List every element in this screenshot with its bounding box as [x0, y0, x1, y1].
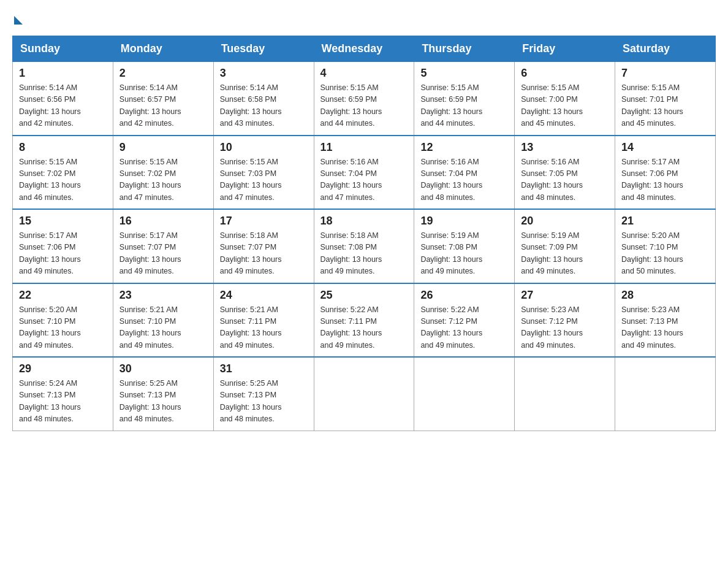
day-number: 21 — [621, 215, 709, 228]
calendar-day-cell: 15 Sunrise: 5:17 AM Sunset: 7:06 PM Dayl… — [13, 209, 113, 283]
day-number: 16 — [119, 215, 207, 228]
day-info: Sunrise: 5:14 AM Sunset: 6:57 PM Dayligh… — [119, 82, 207, 130]
calendar-day-cell: 21 Sunrise: 5:20 AM Sunset: 7:10 PM Dayl… — [615, 209, 716, 283]
day-number: 7 — [621, 67, 709, 80]
calendar-day-cell: 29 Sunrise: 5:24 AM Sunset: 7:13 PM Dayl… — [13, 357, 113, 431]
calendar-day-cell: 20 Sunrise: 5:19 AM Sunset: 7:09 PM Dayl… — [515, 209, 615, 283]
day-info: Sunrise: 5:15 AM Sunset: 6:59 PM Dayligh… — [320, 82, 408, 130]
calendar-day-cell: 25 Sunrise: 5:22 AM Sunset: 7:11 PM Dayl… — [314, 283, 414, 358]
day-info: Sunrise: 5:15 AM Sunset: 7:02 PM Dayligh… — [119, 156, 207, 204]
calendar-day-cell: 24 Sunrise: 5:21 AM Sunset: 7:11 PM Dayl… — [213, 283, 314, 358]
day-info: Sunrise: 5:23 AM Sunset: 7:13 PM Dayligh… — [621, 304, 709, 352]
calendar-day-cell: 4 Sunrise: 5:15 AM Sunset: 6:59 PM Dayli… — [314, 62, 414, 136]
day-info: Sunrise: 5:22 AM Sunset: 7:12 PM Dayligh… — [420, 304, 508, 352]
day-number: 10 — [220, 141, 308, 154]
day-number: 25 — [320, 289, 408, 302]
day-info: Sunrise: 5:20 AM Sunset: 7:10 PM Dayligh… — [621, 230, 709, 278]
day-info: Sunrise: 5:25 AM Sunset: 7:13 PM Dayligh… — [220, 378, 308, 426]
calendar-day-cell: 12 Sunrise: 5:16 AM Sunset: 7:04 PM Dayl… — [414, 136, 515, 210]
calendar-week-row: 1 Sunrise: 5:14 AM Sunset: 6:56 PM Dayli… — [13, 62, 716, 136]
calendar-day-cell: 19 Sunrise: 5:19 AM Sunset: 7:08 PM Dayl… — [414, 209, 515, 283]
logo — [12, 12, 23, 25]
day-of-week-header: Thursday — [414, 36, 515, 62]
day-info: Sunrise: 5:21 AM Sunset: 7:11 PM Dayligh… — [220, 304, 308, 352]
day-number: 6 — [521, 67, 609, 80]
day-number: 29 — [19, 362, 107, 375]
page-header — [12, 12, 716, 25]
calendar-day-cell: 9 Sunrise: 5:15 AM Sunset: 7:02 PM Dayli… — [113, 136, 213, 210]
day-number: 12 — [420, 141, 508, 154]
calendar-day-cell: 22 Sunrise: 5:20 AM Sunset: 7:10 PM Dayl… — [13, 283, 113, 358]
day-info: Sunrise: 5:14 AM Sunset: 6:56 PM Dayligh… — [19, 82, 107, 130]
calendar-week-row: 15 Sunrise: 5:17 AM Sunset: 7:06 PM Dayl… — [13, 209, 716, 283]
day-info: Sunrise: 5:19 AM Sunset: 7:09 PM Dayligh… — [521, 230, 609, 278]
day-number: 4 — [320, 67, 408, 80]
calendar-day-cell — [314, 357, 414, 431]
day-info: Sunrise: 5:18 AM Sunset: 7:08 PM Dayligh… — [320, 230, 408, 278]
day-info: Sunrise: 5:23 AM Sunset: 7:12 PM Dayligh… — [521, 304, 609, 352]
calendar-table: SundayMondayTuesdayWednesdayThursdayFrid… — [12, 36, 716, 431]
day-info: Sunrise: 5:14 AM Sunset: 6:58 PM Dayligh… — [220, 82, 308, 130]
day-of-week-header: Tuesday — [213, 36, 314, 62]
calendar-day-cell: 10 Sunrise: 5:15 AM Sunset: 7:03 PM Dayl… — [213, 136, 314, 210]
day-number: 22 — [19, 289, 107, 302]
calendar-day-cell: 1 Sunrise: 5:14 AM Sunset: 6:56 PM Dayli… — [13, 62, 113, 136]
calendar-day-cell: 3 Sunrise: 5:14 AM Sunset: 6:58 PM Dayli… — [213, 62, 314, 136]
day-number: 24 — [220, 289, 308, 302]
calendar-day-cell: 28 Sunrise: 5:23 AM Sunset: 7:13 PM Dayl… — [615, 283, 716, 358]
calendar-day-cell: 31 Sunrise: 5:25 AM Sunset: 7:13 PM Dayl… — [213, 357, 314, 431]
day-number: 13 — [521, 141, 609, 154]
calendar-week-row: 8 Sunrise: 5:15 AM Sunset: 7:02 PM Dayli… — [13, 136, 716, 210]
day-info: Sunrise: 5:16 AM Sunset: 7:05 PM Dayligh… — [521, 156, 609, 204]
day-number: 15 — [19, 215, 107, 228]
calendar-day-cell: 18 Sunrise: 5:18 AM Sunset: 7:08 PM Dayl… — [314, 209, 414, 283]
day-info: Sunrise: 5:22 AM Sunset: 7:11 PM Dayligh… — [320, 304, 408, 352]
calendar-day-cell: 30 Sunrise: 5:25 AM Sunset: 7:13 PM Dayl… — [113, 357, 213, 431]
calendar-day-cell — [615, 357, 716, 431]
day-info: Sunrise: 5:24 AM Sunset: 7:13 PM Dayligh… — [19, 378, 107, 426]
calendar-day-cell: 7 Sunrise: 5:15 AM Sunset: 7:01 PM Dayli… — [615, 62, 716, 136]
day-number: 5 — [420, 67, 508, 80]
calendar-day-cell: 17 Sunrise: 5:18 AM Sunset: 7:07 PM Dayl… — [213, 209, 314, 283]
day-info: Sunrise: 5:25 AM Sunset: 7:13 PM Dayligh… — [119, 378, 207, 426]
day-number: 26 — [420, 289, 508, 302]
calendar-day-cell: 14 Sunrise: 5:17 AM Sunset: 7:06 PM Dayl… — [615, 136, 716, 210]
calendar-week-row: 29 Sunrise: 5:24 AM Sunset: 7:13 PM Dayl… — [13, 357, 716, 431]
day-info: Sunrise: 5:15 AM Sunset: 7:01 PM Dayligh… — [621, 82, 709, 130]
day-number: 2 — [119, 67, 207, 80]
day-number: 19 — [420, 215, 508, 228]
day-of-week-header: Friday — [515, 36, 615, 62]
calendar-day-cell: 16 Sunrise: 5:17 AM Sunset: 7:07 PM Dayl… — [113, 209, 213, 283]
calendar-day-cell: 23 Sunrise: 5:21 AM Sunset: 7:10 PM Dayl… — [113, 283, 213, 358]
day-number: 17 — [220, 215, 308, 228]
day-info: Sunrise: 5:15 AM Sunset: 7:02 PM Dayligh… — [19, 156, 107, 204]
calendar-day-cell: 11 Sunrise: 5:16 AM Sunset: 7:04 PM Dayl… — [314, 136, 414, 210]
day-info: Sunrise: 5:19 AM Sunset: 7:08 PM Dayligh… — [420, 230, 508, 278]
day-info: Sunrise: 5:16 AM Sunset: 7:04 PM Dayligh… — [320, 156, 408, 204]
logo-triangle-icon — [14, 16, 23, 25]
calendar-day-cell: 8 Sunrise: 5:15 AM Sunset: 7:02 PM Dayli… — [13, 136, 113, 210]
calendar-day-cell: 26 Sunrise: 5:22 AM Sunset: 7:12 PM Dayl… — [414, 283, 515, 358]
day-number: 30 — [119, 362, 207, 375]
day-number: 11 — [320, 141, 408, 154]
calendar-day-cell — [414, 357, 515, 431]
calendar-day-cell: 2 Sunrise: 5:14 AM Sunset: 6:57 PM Dayli… — [113, 62, 213, 136]
day-number: 14 — [621, 141, 709, 154]
day-of-week-header: Wednesday — [314, 36, 414, 62]
calendar-week-row: 22 Sunrise: 5:20 AM Sunset: 7:10 PM Dayl… — [13, 283, 716, 358]
day-number: 3 — [220, 67, 308, 80]
calendar-day-cell: 27 Sunrise: 5:23 AM Sunset: 7:12 PM Dayl… — [515, 283, 615, 358]
day-number: 9 — [119, 141, 207, 154]
day-of-week-header: Saturday — [615, 36, 716, 62]
day-number: 31 — [220, 362, 308, 375]
calendar-day-cell — [515, 357, 615, 431]
day-of-week-header: Sunday — [13, 36, 113, 62]
day-info: Sunrise: 5:20 AM Sunset: 7:10 PM Dayligh… — [19, 304, 107, 352]
calendar-header-row: SundayMondayTuesdayWednesdayThursdayFrid… — [13, 36, 716, 62]
day-info: Sunrise: 5:15 AM Sunset: 6:59 PM Dayligh… — [420, 82, 508, 130]
day-info: Sunrise: 5:21 AM Sunset: 7:10 PM Dayligh… — [119, 304, 207, 352]
day-info: Sunrise: 5:15 AM Sunset: 7:00 PM Dayligh… — [521, 82, 609, 130]
day-number: 20 — [521, 215, 609, 228]
calendar-day-cell: 13 Sunrise: 5:16 AM Sunset: 7:05 PM Dayl… — [515, 136, 615, 210]
calendar-day-cell: 5 Sunrise: 5:15 AM Sunset: 6:59 PM Dayli… — [414, 62, 515, 136]
